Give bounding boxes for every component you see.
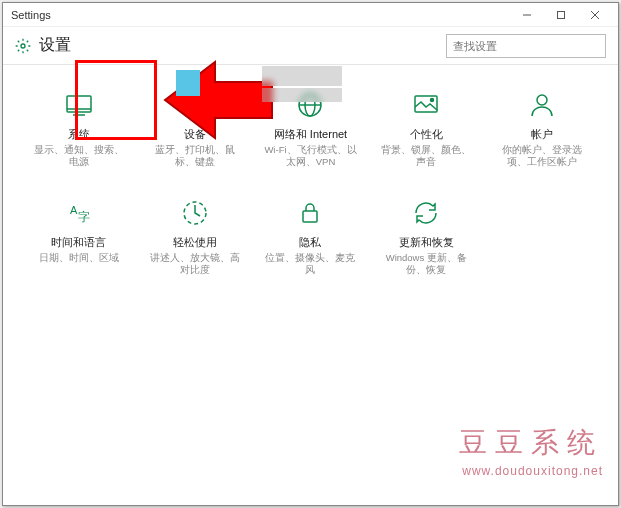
svg-rect-8 — [184, 95, 198, 107]
svg-point-4 — [21, 44, 25, 48]
close-button[interactable] — [578, 5, 612, 25]
header: 设置 — [3, 27, 618, 65]
tile-desc: 蓝牙、打印机、鼠标、键盘 — [141, 144, 249, 169]
display-icon — [63, 89, 95, 121]
page-title: 设置 — [39, 35, 446, 56]
tile-title: 系统 — [68, 127, 90, 142]
tile-desc: 显示、通知、搜索、电源 — [25, 144, 133, 169]
svg-rect-20 — [303, 211, 317, 222]
tile-ease-of-access[interactable]: 轻松使用 讲述人、放大镜、高对比度 — [139, 193, 251, 293]
svg-text:A: A — [70, 204, 78, 216]
tile-system[interactable]: 系统 显示、通知、搜索、电源 — [23, 85, 135, 185]
tile-title: 个性化 — [410, 127, 443, 142]
titlebar: Settings — [3, 3, 618, 27]
tile-desc: 背景、锁屏、颜色、声音 — [372, 144, 480, 169]
maximize-button[interactable] — [544, 5, 578, 25]
tile-desc: Wi-Fi、飞行模式、以太网、VPN — [257, 144, 365, 169]
tile-desc: 日期、时间、区域 — [35, 252, 123, 264]
tile-title: 更新和恢复 — [399, 235, 454, 250]
svg-text:字: 字 — [78, 210, 90, 224]
minimize-button[interactable] — [510, 5, 544, 25]
tile-desc: 位置、摄像头、麦克风 — [257, 252, 365, 277]
language-icon: A字 — [63, 197, 95, 229]
tile-accounts[interactable]: 帐户 你的帐户、登录选项、工作区帐户 — [486, 85, 598, 185]
tile-desc: 讲述人、放大镜、高对比度 — [141, 252, 249, 277]
tile-title: 时间和语言 — [51, 235, 106, 250]
blur-patch — [176, 70, 200, 96]
tile-title: 网络和 Internet — [274, 127, 347, 142]
sync-icon — [410, 197, 442, 229]
tile-title: 设备 — [184, 127, 206, 142]
tile-privacy[interactable]: 隐私 位置、摄像头、麦克风 — [255, 193, 367, 293]
person-icon — [526, 89, 558, 121]
svg-point-16 — [537, 95, 547, 105]
tile-desc: 你的帐户、登录选项、工作区帐户 — [488, 144, 596, 169]
personalization-icon — [410, 89, 442, 121]
tile-personalization[interactable]: 个性化 背景、锁屏、颜色、声音 — [370, 85, 482, 185]
blur-patch — [262, 66, 342, 86]
search-input[interactable] — [446, 34, 606, 58]
tile-title: 隐私 — [299, 235, 321, 250]
lock-icon — [294, 197, 326, 229]
tile-title: 帐户 — [531, 127, 553, 142]
tile-title: 轻松使用 — [173, 235, 217, 250]
window-title: Settings — [11, 9, 51, 21]
tile-devices[interactable]: 设备 蓝牙、打印机、鼠标、键盘 — [139, 85, 251, 185]
tile-time-language[interactable]: A字 时间和语言 日期、时间、区域 — [23, 193, 135, 293]
ease-icon — [179, 197, 211, 229]
tile-desc: Windows 更新、备份、恢复 — [372, 252, 480, 277]
gear-icon — [15, 38, 31, 54]
blur-patch — [262, 88, 342, 102]
svg-point-15 — [431, 99, 434, 102]
svg-rect-1 — [558, 11, 565, 18]
svg-rect-9 — [199, 99, 206, 113]
tile-update[interactable]: 更新和恢复 Windows 更新、备份、恢复 — [370, 193, 482, 293]
tiles-grid: 系统 显示、通知、搜索、电源 设备 蓝牙、打印机、鼠标、键盘 网络和 Inter… — [3, 65, 618, 505]
